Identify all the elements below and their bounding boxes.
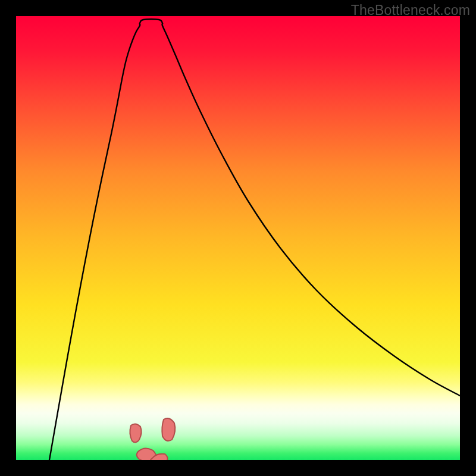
plot-area [16, 16, 460, 460]
chart-frame: TheBottleneck.com [0, 0, 476, 476]
valley-marker-right-upper [162, 418, 175, 441]
curves-layer [16, 16, 460, 460]
watermark-text: TheBottleneck.com [351, 2, 470, 18]
bottleneck-curve [49, 19, 460, 460]
valley-marker-left-lower [130, 424, 141, 442]
valley-markers [130, 418, 175, 460]
